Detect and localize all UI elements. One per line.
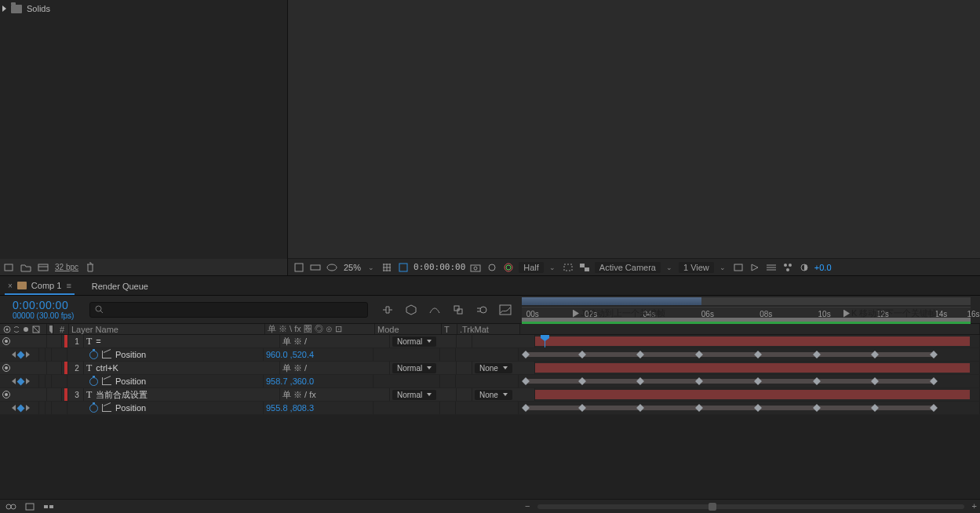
prev-keyframe-icon[interactable] (12, 378, 16, 384)
keyframe-diamond[interactable] (930, 404, 938, 412)
flowchart-icon[interactable] (781, 261, 794, 274)
viewer-time[interactable]: 0:00:00:00 (413, 262, 465, 272)
zoom-out-icon[interactable]: − (525, 501, 530, 511)
graph-icon[interactable] (102, 377, 111, 385)
guides-icon[interactable] (397, 261, 410, 274)
motion-blur-icon[interactable] (475, 303, 489, 317)
stopwatch-icon[interactable] (89, 377, 98, 386)
add-keyframe-icon[interactable] (16, 404, 24, 412)
new-folder-icon[interactable] (20, 262, 31, 273)
index-column-header[interactable]: # (53, 324, 69, 334)
trkmat-dropdown[interactable]: None (475, 390, 512, 400)
av-column-header[interactable] (0, 324, 47, 334)
marker-k[interactable]: K 移动到下一个关键帧 (843, 307, 937, 319)
next-keyframe-icon[interactable] (26, 351, 30, 358)
twirl-icon[interactable] (2, 5, 6, 12)
mask-icon[interactable] (326, 261, 338, 274)
prev-keyframe-icon[interactable] (12, 351, 16, 358)
layer-name[interactable]: ctrl+K (96, 363, 118, 373)
property-row[interactable]: Position960.0 ,520.4 (0, 348, 980, 362)
layer-switches[interactable]: 单 ※ / (280, 362, 390, 374)
zoom-in-icon[interactable]: + (972, 501, 977, 511)
stopwatch-icon[interactable] (89, 351, 98, 359)
keyframe-track[interactable] (519, 402, 970, 414)
add-keyframe-icon[interactable] (16, 351, 24, 358)
layer-row[interactable]: 1T=单 ※ /Normal (0, 335, 980, 348)
trkmat-dropdown[interactable]: None (475, 363, 512, 373)
visibility-toggle[interactable] (2, 337, 10, 345)
keyframe-diamond[interactable] (930, 351, 938, 358)
visibility-toggle[interactable] (2, 364, 10, 372)
property-row[interactable]: Position955.8 ,808.3 (0, 402, 980, 415)
position-value[interactable]: 960.0 ,520.4 (266, 350, 314, 359)
transparency-icon[interactable] (578, 261, 591, 274)
layer-name[interactable]: 当前合成设置 (96, 389, 148, 401)
layer-duration-bar[interactable] (535, 363, 970, 373)
layer-duration-bar[interactable] (535, 337, 970, 346)
position-value[interactable]: 955.8 ,808.3 (266, 403, 314, 413)
toggle-switches-icon[interactable] (5, 500, 17, 513)
property-row[interactable]: Position958.7 ,360.0 (0, 375, 980, 388)
toggle-modes-icon[interactable] (24, 500, 36, 513)
time-ruler-area[interactable]: 00s02s04s06s08s10s12s14s16s J 移动到上一个关键帧 … (522, 296, 980, 323)
alpha-icon[interactable] (293, 261, 305, 274)
name-column-header[interactable]: Layer Name (69, 324, 265, 334)
new-comp-icon[interactable] (38, 262, 49, 273)
grid-icon[interactable] (381, 261, 393, 274)
marker-j[interactable]: J 移动到上一个关键帧 (573, 307, 665, 319)
switches-column-header[interactable]: 单 ※ \ fx 圈 ◎ ⊙ ⊡ (265, 324, 375, 334)
label-color[interactable] (64, 362, 67, 374)
channel-icon[interactable] (309, 261, 322, 274)
blend-mode-dropdown[interactable]: Normal (392, 390, 436, 400)
frame-blend-icon[interactable] (451, 303, 465, 317)
bit-depth[interactable]: 32 bpc (55, 263, 78, 271)
project-item-solids[interactable]: Solids (2, 4, 50, 13)
blend-mode-dropdown[interactable]: Normal (392, 363, 436, 373)
toggle-in-out-icon[interactable] (42, 500, 55, 513)
comp-mini-flowchart-icon[interactable] (381, 303, 395, 317)
tab-menu-icon[interactable]: ≡ (66, 281, 71, 290)
trkmat-column-header[interactable]: .TrkMat (457, 324, 520, 334)
layer-switches[interactable]: 单 ※ / fx (280, 388, 390, 401)
fast-preview-icon[interactable] (749, 261, 761, 274)
graph-icon[interactable] (102, 404, 111, 412)
keyframe-track[interactable] (519, 348, 970, 361)
keyframe-diamond[interactable] (930, 377, 938, 385)
layer-row[interactable]: 3T当前合成设置单 ※ / fxNormalNone (0, 388, 980, 402)
resolution-dropdown[interactable]: Half ⌄ (519, 259, 558, 276)
label-column-header[interactable] (47, 324, 53, 334)
graph-editor-icon[interactable] (498, 303, 512, 317)
view-layout-dropdown[interactable]: 1 View ⌄ (679, 259, 728, 276)
layer-duration-bar[interactable] (535, 390, 970, 399)
show-snapshot-icon[interactable] (486, 261, 498, 274)
add-keyframe-icon[interactable] (16, 377, 24, 385)
reset-exposure-icon[interactable] (798, 261, 811, 274)
layer-name[interactable]: = (96, 337, 100, 346)
composition-viewer[interactable]: 25% ⌄ 0:00:00:00 Half ⌄ Active Camera ⌄ … (288, 0, 980, 275)
keyframe-track[interactable] (519, 375, 970, 387)
visibility-toggle[interactable] (2, 391, 10, 398)
timeline-icon[interactable] (765, 261, 778, 274)
playhead[interactable] (545, 335, 545, 347)
label-color[interactable] (64, 388, 67, 401)
prev-keyframe-icon[interactable] (12, 405, 16, 411)
layer-row[interactable]: 2Tctrl+K单 ※ /NormalNone (0, 362, 980, 375)
next-keyframe-icon[interactable] (26, 378, 30, 384)
tab-render-queue[interactable]: Render Queue (89, 278, 151, 295)
graph-icon[interactable] (102, 351, 111, 358)
color-mgmt-icon[interactable] (502, 261, 515, 274)
layer-search-input[interactable] (89, 302, 368, 318)
stopwatch-icon[interactable] (89, 404, 98, 413)
snapshot-icon[interactable] (469, 261, 482, 274)
mode-column-header[interactable]: Mode (375, 324, 442, 334)
current-time[interactable]: 0:00:00:00 00000 (30.00 fps) (0, 299, 86, 320)
time-navigator[interactable] (522, 297, 971, 305)
hide-shy-icon[interactable] (428, 303, 442, 317)
magnification-dropdown[interactable]: 25% ⌄ (342, 259, 377, 276)
trash-icon[interactable] (85, 262, 96, 273)
draft3d-icon[interactable] (404, 303, 418, 317)
camera-dropdown[interactable]: Active Camera ⌄ (595, 259, 675, 276)
timecode[interactable]: 0:00:00:00 (13, 299, 86, 311)
position-value[interactable]: 958.7 ,360.0 (266, 377, 314, 386)
label-color[interactable] (64, 335, 67, 347)
